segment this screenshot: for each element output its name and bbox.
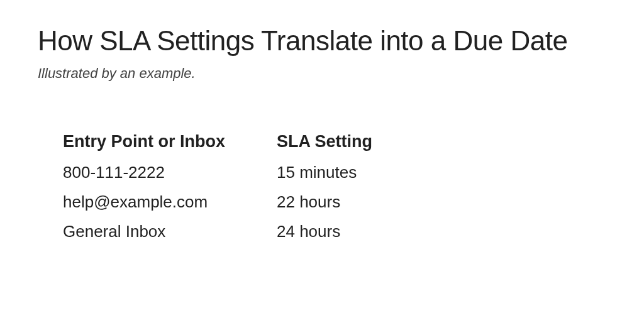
table-row: General Inbox 24 hours [63, 222, 440, 251]
page-subtitle: Illustrated by an example. [38, 65, 606, 82]
table-row: help@example.com 22 hours [63, 192, 440, 222]
table-cell-entry: help@example.com [63, 192, 277, 222]
sla-table: Entry Point or Inbox SLA Setting 800-111… [63, 132, 440, 251]
table-header-row: Entry Point or Inbox SLA Setting [63, 132, 440, 163]
table-row: 800-111-2222 15 minutes [63, 163, 440, 192]
table-header-sla: SLA Setting [277, 132, 440, 163]
table-cell-sla: 22 hours [277, 192, 440, 222]
table-cell-entry: 800-111-2222 [63, 163, 277, 192]
table-cell-sla: 24 hours [277, 222, 440, 251]
page-title: How SLA Settings Translate into a Due Da… [38, 25, 606, 57]
table-header-entry: Entry Point or Inbox [63, 132, 277, 163]
table-cell-entry: General Inbox [63, 222, 277, 251]
table-cell-sla: 15 minutes [277, 163, 440, 192]
